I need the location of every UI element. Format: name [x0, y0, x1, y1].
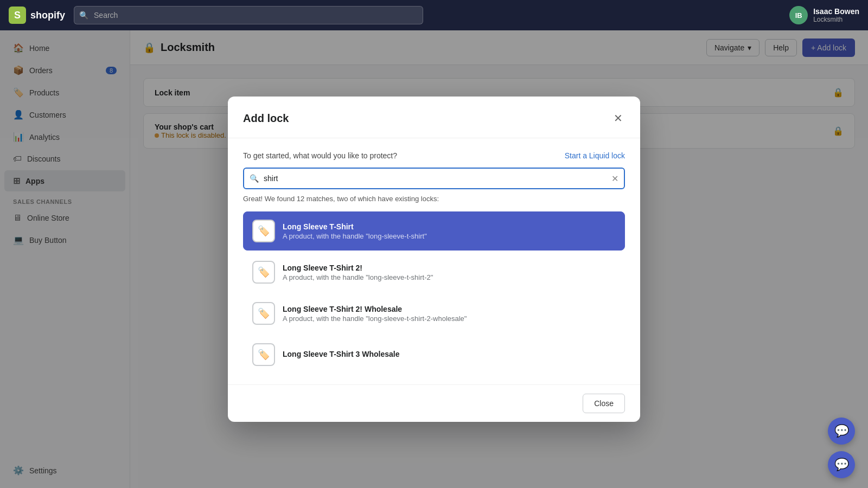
- match-text: Great! We found 12 matches, two of which…: [243, 195, 625, 203]
- modal-search-input[interactable]: [243, 168, 625, 189]
- modal-body: To get started, what would you like to p…: [228, 138, 640, 384]
- modal-footer: Close: [228, 384, 640, 422]
- shopify-logo-text: shopify: [30, 10, 65, 21]
- top-navigation: S shopify 🔍 IB Isaac Bowen Locksmith: [0, 0, 868, 30]
- modal-description: To get started, what would you like to p…: [243, 151, 397, 160]
- clear-search-icon[interactable]: ✕: [611, 174, 618, 184]
- result-item-2[interactable]: 🏷️ Long Sleeve T-Shirt 2! A product, wit…: [243, 253, 625, 292]
- add-lock-modal: Add lock ✕ To get started, what would yo…: [228, 97, 640, 422]
- chat-icon-2: 💬: [834, 458, 849, 472]
- user-info: IB Isaac Bowen Locksmith: [789, 6, 859, 24]
- global-search: 🔍: [74, 6, 423, 24]
- result-icon-3: 🏷️: [252, 302, 275, 325]
- result-sub-2: A product, with the handle "long-sleeve-…: [283, 273, 433, 281]
- result-sub-3: A product, with the handle "long-sleeve-…: [283, 314, 467, 323]
- modal-header: Add lock ✕: [228, 97, 640, 138]
- modal-search-icon: 🔍: [250, 174, 259, 183]
- result-item-3[interactable]: 🏷️ Long Sleeve T-Shirt 2! Wholesale A pr…: [243, 294, 625, 333]
- result-sub-1: A product, with the handle "long-sleeve-…: [283, 232, 427, 240]
- result-icon-2: 🏷️: [252, 261, 275, 284]
- user-name: Isaac Bowen: [813, 7, 859, 16]
- result-title-3: Long Sleeve T-Shirt 2! Wholesale: [283, 305, 467, 313]
- result-title-1: Long Sleeve T-Shirt: [283, 222, 427, 231]
- liquid-lock-link[interactable]: Start a Liquid lock: [565, 151, 625, 160]
- result-icon-4: 🏷️: [252, 343, 275, 366]
- result-title-2: Long Sleeve T-Shirt 2!: [283, 264, 433, 272]
- result-title-4: Long Sleeve T-Shirt 3 Wholesale: [283, 350, 400, 358]
- shopify-logo-icon: S: [9, 7, 26, 24]
- avatar: IB: [789, 6, 808, 24]
- search-input[interactable]: [74, 6, 423, 24]
- chat-button-1[interactable]: 💬: [828, 418, 855, 445]
- modal-description-row: To get started, what would you like to p…: [243, 151, 625, 160]
- close-modal-button[interactable]: Close: [583, 394, 625, 413]
- shopify-logo[interactable]: S shopify: [9, 7, 65, 24]
- result-item-1[interactable]: 🏷️ Long Sleeve T-Shirt A product, with t…: [243, 211, 625, 251]
- result-item-4[interactable]: 🏷️ Long Sleeve T-Shirt 3 Wholesale: [243, 335, 625, 374]
- modal-overlay: Add lock ✕ To get started, what would yo…: [0, 30, 868, 488]
- chat-icon-1: 💬: [834, 424, 849, 438]
- user-store: Locksmith: [813, 16, 859, 23]
- result-icon-1: 🏷️: [252, 220, 275, 242]
- modal-title: Add lock: [243, 112, 289, 125]
- chat-button-2[interactable]: 💬: [828, 451, 855, 478]
- modal-close-button[interactable]: ✕: [611, 110, 625, 127]
- result-list: 🏷️ Long Sleeve T-Shirt A product, with t…: [243, 211, 625, 374]
- modal-search-field: 🔍 ✕: [243, 168, 625, 189]
- search-icon: 🔍: [79, 11, 88, 20]
